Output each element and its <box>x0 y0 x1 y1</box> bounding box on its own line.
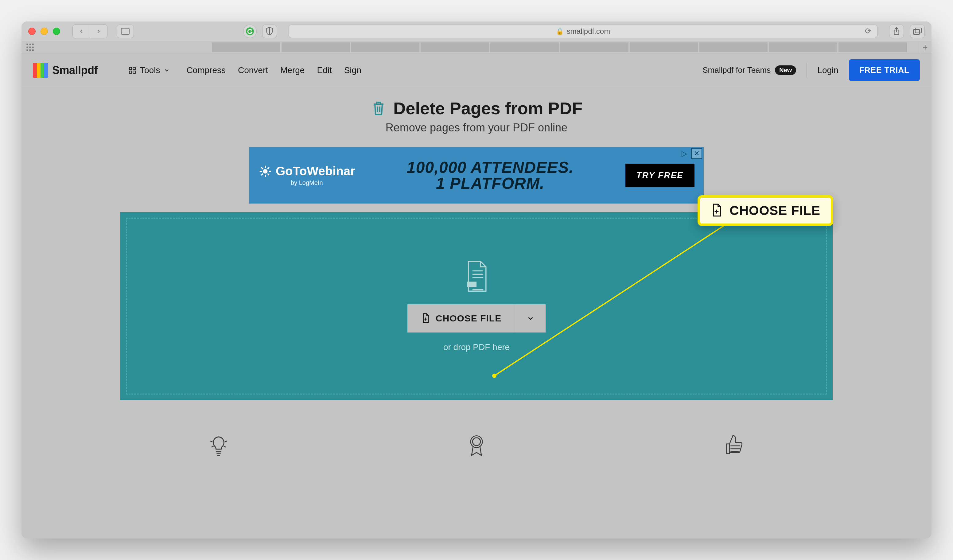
tools-dropdown[interactable]: Tools <box>128 65 170 75</box>
svg-line-26 <box>267 168 269 169</box>
sidebar-toggle-button[interactable] <box>117 25 134 38</box>
tab-overview-button[interactable] <box>910 25 925 38</box>
lightbulb-icon <box>208 434 229 458</box>
brand-name: Smallpdf <box>52 64 98 77</box>
svg-line-37 <box>224 446 226 447</box>
divider <box>807 63 807 78</box>
free-trial-button[interactable]: FREE TRIAL <box>849 59 920 81</box>
forward-button[interactable] <box>90 25 107 38</box>
nav-link-merge[interactable]: Merge <box>280 65 304 75</box>
page-content: Smallpdf Tools Compress Convert Merge Ed… <box>22 53 931 538</box>
svg-rect-15 <box>129 67 132 70</box>
page-subtitle: Remove pages from your PDF online <box>22 121 931 134</box>
dropzone-container: PDF CHOOSE FILE or drop PDF here <box>120 212 833 400</box>
annotation-callout: CHOOSE FILE <box>698 195 833 226</box>
ad-info-icon[interactable]: ▷ <box>679 148 689 159</box>
svg-rect-7 <box>29 43 31 45</box>
logo-mark-icon <box>33 63 48 78</box>
grid-icon <box>128 66 136 74</box>
hero: Delete Pages from PDF Remove pages from … <box>22 87 931 137</box>
minimize-window-button[interactable] <box>40 28 48 35</box>
chevron-down-icon <box>164 67 170 73</box>
page-title: Delete Pages from PDF <box>371 98 582 118</box>
teams-link[interactable]: Smallpdf for Teams New <box>703 65 796 75</box>
window-controls <box>28 28 60 35</box>
thumbs-up-icon <box>724 434 745 456</box>
svg-line-34 <box>210 441 213 442</box>
new-badge: New <box>775 65 796 75</box>
nav-link-convert[interactable]: Convert <box>238 65 268 75</box>
svg-point-19 <box>263 169 268 174</box>
file-dropzone[interactable]: PDF CHOOSE FILE or drop PDF here <box>120 212 833 400</box>
trash-icon <box>371 100 386 117</box>
reload-button[interactable]: ⟳ <box>865 26 872 36</box>
svg-line-35 <box>225 441 227 442</box>
svg-rect-16 <box>133 67 135 70</box>
brand-logo[interactable]: Smallpdf <box>33 63 98 78</box>
ad-brand: GoToWebinar by LogMeIn <box>259 164 355 186</box>
browser-toolbar: 🔒 smallpdf.com ⟳ <box>22 22 931 41</box>
svg-line-25 <box>267 174 269 175</box>
ad-close-icon[interactable]: ✕ <box>691 148 702 159</box>
privacy-shield-button[interactable] <box>262 25 277 38</box>
svg-rect-14 <box>32 50 34 51</box>
dropzone-border <box>126 218 827 394</box>
svg-rect-8 <box>32 43 34 45</box>
nav-link-edit[interactable]: Edit <box>317 65 332 75</box>
zoom-window-button[interactable] <box>53 28 60 35</box>
svg-line-27 <box>261 174 263 175</box>
nav-link-compress[interactable]: Compress <box>186 65 226 75</box>
svg-line-36 <box>211 446 213 447</box>
svg-rect-17 <box>129 71 132 73</box>
tools-label: Tools <box>140 65 160 75</box>
svg-rect-11 <box>32 47 34 48</box>
close-window-button[interactable] <box>28 28 36 35</box>
address-bar[interactable]: 🔒 smallpdf.com ⟳ <box>289 25 877 38</box>
lock-icon: 🔒 <box>556 28 564 35</box>
login-link[interactable]: Login <box>817 65 838 75</box>
favorites-grid-icon[interactable] <box>26 43 34 51</box>
svg-rect-10 <box>29 47 31 48</box>
svg-rect-6 <box>26 43 28 45</box>
svg-rect-18 <box>133 71 135 73</box>
gotowebinar-icon <box>259 164 272 178</box>
ad-brand-byline: by LogMeIn <box>291 179 323 186</box>
svg-rect-0 <box>121 28 129 34</box>
nav-buttons <box>73 24 107 38</box>
file-add-icon <box>711 203 723 218</box>
tab-strip: + <box>22 41 931 53</box>
site-header: Smallpdf Tools Compress Convert Merge Ed… <box>22 53 931 87</box>
share-button[interactable] <box>889 25 904 38</box>
award-ribbon-icon <box>467 434 486 458</box>
svg-rect-5 <box>915 28 921 33</box>
svg-line-24 <box>261 168 263 169</box>
ad-cta-button[interactable]: TRY FREE <box>626 164 694 187</box>
url-text: smallpdf.com <box>567 27 610 36</box>
ad-copy: 100,000 ATTENDEES. 1 PLATFORM. <box>407 159 574 191</box>
svg-rect-12 <box>26 50 28 51</box>
svg-rect-4 <box>913 29 920 34</box>
ad-banner[interactable]: GoToWebinar by LogMeIn 100,000 ATTENDEES… <box>249 147 704 203</box>
ad-brand-name: GoToWebinar <box>276 164 355 178</box>
nav-link-sign[interactable]: Sign <box>344 65 362 75</box>
browser-window: 🔒 smallpdf.com ⟳ + <box>22 22 931 538</box>
svg-rect-9 <box>26 47 28 48</box>
extension-grammarly-icon[interactable] <box>243 25 257 38</box>
back-button[interactable] <box>73 25 90 38</box>
tab-thumbnails <box>212 42 907 52</box>
benefits-row <box>22 434 931 458</box>
annotation-label: CHOOSE FILE <box>729 203 820 218</box>
svg-point-39 <box>472 438 481 446</box>
svg-rect-13 <box>29 50 31 51</box>
teams-label: Smallpdf for Teams <box>703 65 771 75</box>
nav-links: Compress Convert Merge Edit Sign <box>186 65 361 75</box>
new-tab-button[interactable]: + <box>919 41 931 53</box>
